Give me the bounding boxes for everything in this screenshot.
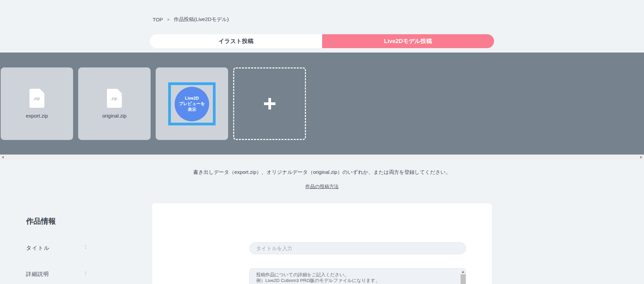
textarea-scrollbar[interactable] — [461, 269, 466, 284]
section-title: 作品情報 — [26, 216, 56, 226]
live2d-preview-button[interactable]: Live2D プレビューを 表示 — [175, 87, 209, 121]
zip-file-icon: .zip — [107, 89, 122, 108]
upload-instruction-text: 書き出しデータ（export.zip）、オリジナルデータ（original.zi… — [0, 169, 644, 176]
tab-live2d-model-post[interactable]: Live2Dモデル投稿 — [322, 34, 494, 48]
zip-file-icon: .zip — [29, 89, 44, 108]
horizontal-scrollbar[interactable] — [0, 155, 644, 160]
breadcrumb-top-link[interactable]: TOP — [153, 17, 163, 22]
file-card-export-zip[interactable]: .zip export.zip — [1, 67, 73, 140]
guide-link-row: 作品の投稿方法 — [0, 183, 644, 190]
breadcrumb-current: 作品投稿(Live2Dモデル) — [174, 16, 229, 23]
tab-illustration-post[interactable]: イラスト投稿 — [150, 34, 322, 48]
live2d-upload-page: TOP > 作品投稿(Live2Dモデル) イラスト投稿 Live2Dモデル投稿… — [0, 0, 644, 284]
description-field-label: 詳細説明 — [26, 271, 49, 278]
breadcrumb: TOP > 作品投稿(Live2Dモデル) — [153, 16, 229, 23]
description-textarea[interactable]: 投稿作品についての詳細をご記入ください。 例）Live2D Cubism3 PR… — [249, 268, 466, 284]
upload-files-strip: .zip export.zip .zip original.zip Live2D… — [0, 53, 644, 155]
file-card-original-zip[interactable]: .zip original.zip — [78, 67, 151, 140]
scroll-up-arrow-icon[interactable] — [462, 271, 464, 273]
live2d-preview-frame: Live2D プレビューを 表示 — [168, 82, 216, 125]
description-placeholder-text: 投稿作品についての詳細をご記入ください。 例）Live2D Cubism3 PR… — [250, 269, 466, 284]
title-input[interactable] — [249, 242, 466, 254]
how-to-post-link[interactable]: 作品の投稿方法 — [305, 184, 338, 189]
textarea-scrollbar-thumb[interactable] — [461, 274, 466, 284]
post-type-tabs: イラスト投稿 Live2Dモデル投稿 — [150, 34, 494, 48]
scroll-left-arrow-icon[interactable] — [2, 156, 4, 159]
plus-icon — [264, 98, 275, 109]
scroll-right-arrow-icon[interactable] — [640, 156, 642, 159]
file-name: original.zip — [78, 113, 151, 119]
file-name: export.zip — [1, 113, 73, 119]
title-field-label: タイトル — [26, 245, 50, 252]
add-file-button[interactable] — [233, 67, 306, 140]
breadcrumb-separator-icon: > — [167, 17, 170, 22]
description-field-separator: : — [85, 270, 86, 276]
live2d-preview-card: Live2D プレビューを 表示 — [156, 67, 228, 140]
title-field-separator: : — [85, 244, 86, 249]
